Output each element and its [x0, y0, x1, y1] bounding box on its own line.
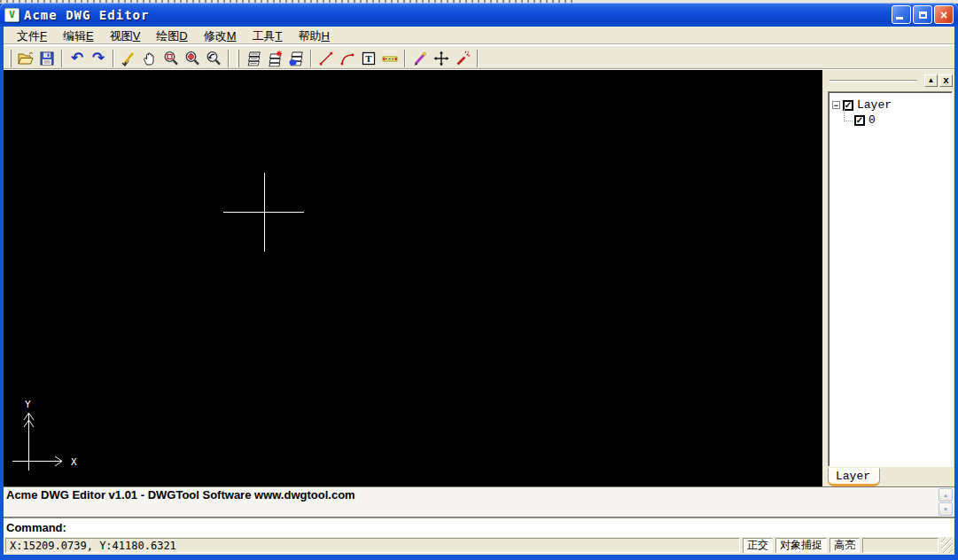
drawing-canvas[interactable]: Y X: [4, 70, 822, 486]
toolbar-grip[interactable]: [9, 50, 12, 67]
menu-bar: 文件F 编辑E 视图V 绘图D 修改M 工具T 帮助H: [4, 27, 954, 46]
maximize-icon: [919, 12, 927, 19]
ucs-axis-icon: Y X: [12, 399, 77, 471]
command-banner-text: Acme DWG Editor v1.01 - DWGTool Software…: [6, 488, 937, 502]
ucs-x-label: X: [71, 456, 77, 468]
toolbar-separator: [113, 50, 114, 67]
menu-view[interactable]: 视图V: [102, 27, 149, 46]
layer-panel-header: ▲ x: [828, 74, 953, 88]
command-history[interactable]: Acme DWG Editor v1.01 - DWGTool Software…: [4, 486, 954, 517]
scroll-down-button[interactable]: ▼: [939, 502, 953, 516]
panel-close-button[interactable]: x: [939, 74, 953, 87]
maximize-button[interactable]: [913, 5, 932, 24]
toolbar-separator: [310, 50, 312, 67]
text-icon[interactable]: T: [358, 48, 379, 69]
toolbar-separator: [404, 50, 406, 67]
pan-hand-icon[interactable]: [139, 48, 160, 69]
layer-new-icon[interactable]: [264, 48, 285, 69]
collapse-arrow-icon: ▲: [928, 77, 935, 84]
close-button[interactable]: ×: [934, 5, 954, 24]
match-wand-icon[interactable]: [452, 48, 473, 69]
sketch-pencil-icon[interactable]: [118, 48, 139, 69]
scroll-down-icon: ▼: [943, 507, 948, 512]
menu-help[interactable]: 帮助H: [290, 27, 337, 46]
resize-grip-icon[interactable]: [941, 538, 953, 553]
highlight-toggle[interactable]: 高亮: [829, 538, 860, 553]
app-icon-letter: V: [9, 9, 15, 20]
line-icon[interactable]: [315, 48, 337, 69]
panel-close-icon: x: [943, 75, 949, 86]
menu-edit[interactable]: 编辑E: [55, 27, 102, 46]
scroll-up-icon: ▲: [943, 493, 948, 498]
toolbar-separator: [477, 50, 479, 67]
minimize-icon: [896, 17, 903, 19]
zoom-extents-icon[interactable]: [182, 48, 203, 69]
tree-collapse-icon[interactable]: −: [832, 101, 840, 109]
minimize-button[interactable]: [892, 5, 911, 24]
layer-tree: − ✓ Layer ✓ 0: [828, 91, 953, 467]
ortho-toggle[interactable]: 正交: [743, 538, 773, 553]
app-icon: V: [4, 8, 19, 22]
layer-panel: ▲ x − ✓ Layer ✓ 0 Layer: [822, 70, 954, 486]
status-bar: X:15209.0739, Y:41180.6321 正交 对象捕捉 高亮: [4, 537, 954, 555]
open-file-icon[interactable]: [15, 48, 36, 69]
ucs-y-label: Y: [25, 399, 31, 410]
menu-file[interactable]: 文件F: [9, 27, 55, 46]
check-icon: ✓: [856, 116, 863, 125]
undo-icon[interactable]: ↶: [66, 48, 88, 69]
command-input[interactable]: Command:: [4, 517, 954, 537]
crosshair-cursor: [223, 173, 304, 252]
toolbar-grip[interactable]: [237, 50, 239, 67]
layer-root-label[interactable]: Layer: [857, 98, 892, 112]
move-icon[interactable]: [431, 48, 452, 69]
command-scrollbar: ▲ ▼: [939, 488, 954, 516]
layer-tab[interactable]: Layer: [828, 468, 880, 486]
layer-0-checkbox[interactable]: ✓: [854, 115, 865, 126]
app-window: V Acme DWG Editor × 文件F 编辑E 视图V 绘图D 修改M …: [0, 0, 958, 560]
command-prompt: Command:: [6, 521, 66, 534]
dimension-icon[interactable]: [379, 48, 401, 69]
menu-draw[interactable]: 绘图D: [148, 27, 195, 46]
zoom-window-icon[interactable]: [160, 48, 182, 69]
panel-grip[interactable]: [829, 80, 917, 82]
scroll-up-button[interactable]: ▲: [939, 488, 953, 502]
modify-pencil-icon[interactable]: [409, 48, 431, 69]
object-snap-toggle[interactable]: 对象捕捉: [775, 538, 827, 553]
layer-0-label[interactable]: 0: [868, 113, 876, 127]
toolbar-separator: [61, 50, 63, 67]
layer-tree-child-row: ✓ 0: [844, 113, 950, 128]
svg-text:T: T: [365, 53, 372, 64]
layer-current-icon[interactable]: [285, 48, 307, 69]
toolbar: ↶ ↷: [4, 46, 954, 70]
window-title: Acme DWG Editor: [24, 8, 892, 22]
zoom-previous-icon[interactable]: [203, 48, 224, 69]
save-icon[interactable]: [36, 48, 58, 69]
close-icon: ×: [940, 9, 947, 21]
menu-modify[interactable]: 修改M: [196, 27, 245, 46]
title-bar: V Acme DWG Editor ×: [0, 3, 958, 27]
tree-connector: [844, 109, 853, 121]
redo-icon[interactable]: ↷: [88, 48, 109, 69]
toolbar-separator: [228, 50, 230, 67]
status-spacer: [862, 538, 939, 553]
panel-collapse-button[interactable]: ▲: [924, 74, 938, 87]
menu-tools[interactable]: 工具T: [245, 27, 291, 46]
layer-list-icon[interactable]: [243, 48, 264, 69]
arc-icon[interactable]: [337, 48, 358, 69]
coordinate-readout: X:15209.0739, Y:41180.6321: [5, 538, 740, 553]
